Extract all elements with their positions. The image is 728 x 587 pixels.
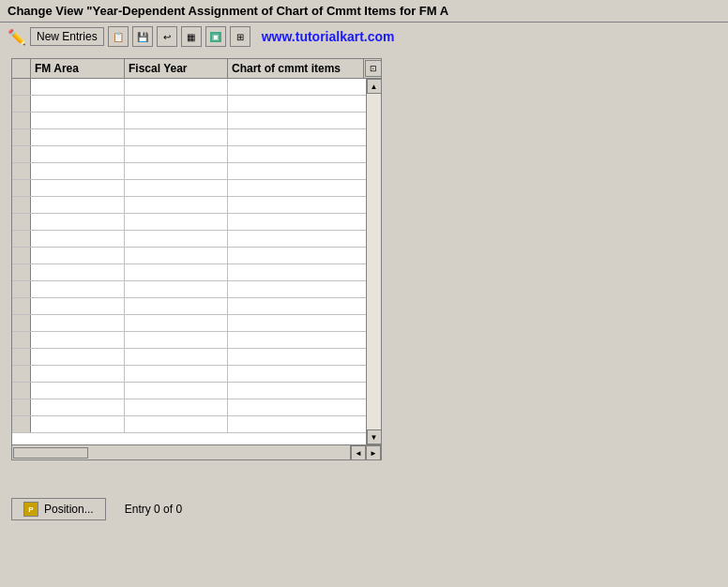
table-row[interactable] <box>12 298 366 315</box>
scroll-track-v[interactable] <box>367 94 381 429</box>
cell-fm-area[interactable] <box>31 231 125 247</box>
cell-fm-area[interactable] <box>31 383 125 399</box>
cell-chart[interactable] <box>228 416 364 432</box>
cell-fiscal-year[interactable] <box>125 332 228 348</box>
cell-chart[interactable] <box>228 383 364 399</box>
table-row[interactable] <box>12 383 366 399</box>
cell-chart[interactable] <box>228 214 364 230</box>
cell-fiscal-year[interactable] <box>125 146 228 162</box>
table-row[interactable] <box>12 315 366 332</box>
cell-fm-area[interactable] <box>31 146 125 162</box>
cell-fm-area[interactable] <box>31 332 125 348</box>
cell-fm-area[interactable] <box>31 129 125 145</box>
cell-fm-area[interactable] <box>31 113 125 128</box>
table-row[interactable] <box>12 264 366 281</box>
cell-chart[interactable] <box>228 332 364 348</box>
cell-fiscal-year[interactable] <box>125 96 228 112</box>
table-row[interactable] <box>12 180 366 197</box>
cell-chart[interactable] <box>228 315 364 331</box>
position-button[interactable]: P Position... <box>11 498 106 520</box>
details-button[interactable]: ▣ <box>205 26 226 47</box>
cell-fm-area[interactable] <box>31 315 125 331</box>
table-row[interactable] <box>12 113 366 129</box>
cell-fiscal-year[interactable] <box>125 366 228 382</box>
cell-fm-area[interactable] <box>31 298 125 314</box>
cell-fm-area[interactable] <box>31 96 125 112</box>
cell-fiscal-year[interactable] <box>125 298 228 314</box>
cell-fiscal-year[interactable] <box>125 349 228 365</box>
cell-fm-area[interactable] <box>31 163 125 179</box>
cell-fiscal-year[interactable] <box>125 248 228 263</box>
cell-fiscal-year[interactable] <box>125 79 228 95</box>
copy-button[interactable]: 📋 <box>108 26 129 47</box>
cell-fm-area[interactable] <box>31 366 125 382</box>
table-row[interactable] <box>12 214 366 231</box>
cell-fm-area[interactable] <box>31 349 125 365</box>
cell-fm-area[interactable] <box>31 214 125 230</box>
scroll-left-button[interactable]: ◄ <box>351 445 366 460</box>
table-row[interactable] <box>12 281 366 298</box>
cell-chart[interactable] <box>228 197 364 213</box>
cell-fm-area[interactable] <box>31 248 125 263</box>
new-entries-button[interactable]: New Entries <box>30 27 104 46</box>
cell-fm-area[interactable] <box>31 399 125 415</box>
cell-fiscal-year[interactable] <box>125 315 228 331</box>
cell-chart[interactable] <box>228 366 364 382</box>
cell-fiscal-year[interactable] <box>125 399 228 415</box>
cell-chart[interactable] <box>228 264 364 280</box>
scroll-right-button[interactable]: ► <box>366 445 381 460</box>
table-row[interactable] <box>12 349 366 366</box>
table-row[interactable] <box>12 96 366 113</box>
cell-chart[interactable] <box>228 298 364 314</box>
scroll-up-button[interactable]: ▲ <box>367 79 382 94</box>
cell-fm-area[interactable] <box>31 264 125 280</box>
cell-fiscal-year[interactable] <box>125 129 228 145</box>
table-row[interactable] <box>12 366 366 383</box>
save-button[interactable]: 💾 <box>132 26 153 47</box>
header-col-toggle[interactable]: ⊡ <box>364 59 383 78</box>
table-row[interactable] <box>12 163 366 180</box>
table-row[interactable] <box>12 231 366 248</box>
cell-fm-area[interactable] <box>31 416 125 432</box>
cell-fiscal-year[interactable] <box>125 281 228 297</box>
table-row[interactable] <box>12 197 366 214</box>
cell-chart[interactable] <box>228 163 364 179</box>
cell-chart[interactable] <box>228 231 364 247</box>
cell-fiscal-year[interactable] <box>125 214 228 230</box>
table-row[interactable] <box>12 129 366 146</box>
cell-chart[interactable] <box>228 180 364 196</box>
vertical-scrollbar[interactable]: ▲ ▼ <box>366 79 381 444</box>
cell-chart[interactable] <box>228 79 364 95</box>
cell-chart[interactable] <box>228 96 364 112</box>
cell-chart[interactable] <box>228 349 364 365</box>
cell-fiscal-year[interactable] <box>125 264 228 280</box>
cell-fiscal-year[interactable] <box>125 197 228 213</box>
cell-chart[interactable] <box>228 146 364 162</box>
table-row[interactable] <box>12 146 366 163</box>
cell-fiscal-year[interactable] <box>125 113 228 128</box>
cell-fm-area[interactable] <box>31 180 125 196</box>
table-row[interactable] <box>12 79 366 96</box>
cell-fm-area[interactable] <box>31 197 125 213</box>
cell-fiscal-year[interactable] <box>125 180 228 196</box>
table-row[interactable] <box>12 399 366 416</box>
cell-fiscal-year[interactable] <box>125 416 228 432</box>
table-row[interactable] <box>12 416 366 433</box>
cell-chart[interactable] <box>228 281 364 297</box>
cell-chart[interactable] <box>228 399 364 415</box>
table-view-button[interactable]: ▦ <box>181 26 202 47</box>
table-row[interactable] <box>12 332 366 349</box>
cell-fm-area[interactable] <box>31 79 125 95</box>
extra-button[interactable]: ⊞ <box>230 26 250 47</box>
table-row[interactable] <box>12 248 366 264</box>
cell-fiscal-year[interactable] <box>125 163 228 179</box>
horizontal-scrollbar[interactable] <box>12 445 351 459</box>
scroll-down-button[interactable]: ▼ <box>367 429 382 444</box>
cell-chart[interactable] <box>228 113 364 128</box>
cell-chart[interactable] <box>228 248 364 263</box>
cell-fm-area[interactable] <box>31 281 125 297</box>
column-toggle-button[interactable]: ⊡ <box>365 60 382 77</box>
scroll-thumb-h[interactable] <box>13 447 88 459</box>
undo-button[interactable]: ↩ <box>157 26 177 47</box>
cell-fiscal-year[interactable] <box>125 383 228 399</box>
